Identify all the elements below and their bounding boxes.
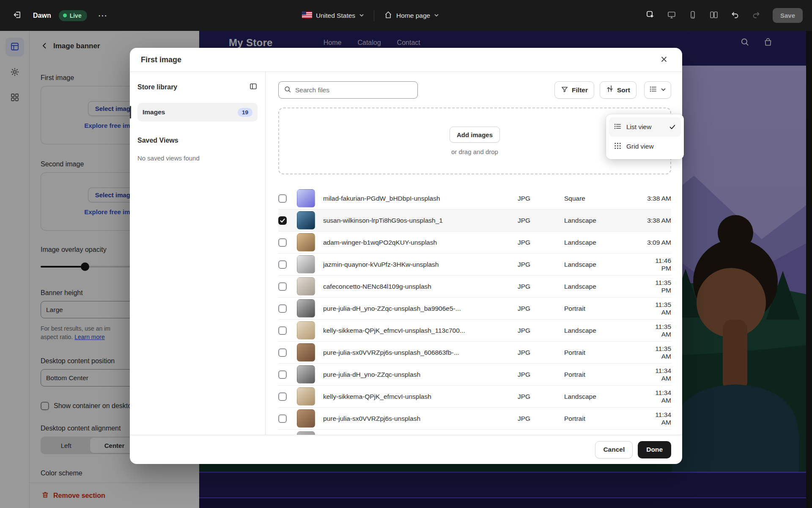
us-flag-icon bbox=[302, 11, 312, 20]
menu-item-grid-view[interactable]: Grid view bbox=[609, 137, 681, 156]
file-thumbnail bbox=[297, 277, 315, 295]
menu-item-label: List view bbox=[626, 123, 651, 131]
file-row[interactable]: milad-fakurian-PGdW_bHDbpI-unsplashJPGSq… bbox=[278, 188, 671, 210]
sort-button[interactable]: Sort bbox=[600, 81, 636, 99]
file-checkbox[interactable] bbox=[278, 194, 287, 203]
mobile-icon bbox=[688, 10, 697, 21]
file-orientation: Square bbox=[564, 195, 647, 202]
market-selector[interactable]: United States bbox=[298, 8, 368, 23]
sort-arrows-icon bbox=[606, 86, 614, 95]
collapse-library-button[interactable] bbox=[249, 82, 258, 92]
topbar-divider bbox=[374, 10, 374, 21]
file-time: 11:46 PM bbox=[647, 257, 671, 272]
file-row[interactable] bbox=[278, 430, 671, 435]
file-thumbnail bbox=[297, 233, 315, 251]
file-checkbox[interactable] bbox=[278, 260, 287, 269]
file-type: JPG bbox=[518, 195, 564, 202]
file-orientation: Landscape bbox=[564, 261, 647, 268]
save-button[interactable]: Save bbox=[773, 8, 803, 23]
library-sidebar: Store library Images 19 Saved Views No s… bbox=[130, 72, 266, 435]
library-panel-icon bbox=[249, 82, 258, 92]
more-options-button[interactable]: ⋯ bbox=[95, 8, 111, 24]
file-name: cafeconcetto-NENc84l109g-unsplash bbox=[323, 283, 518, 290]
check-icon bbox=[669, 123, 676, 131]
file-time: 11:35 AM bbox=[647, 301, 671, 316]
chevron-down-icon bbox=[661, 86, 666, 94]
file-row[interactable]: adam-winger-b1wqPO2qKUY-unsplashJPGLands… bbox=[278, 232, 671, 254]
file-row[interactable]: jazmin-quaynor-kVuPfz-3HKw-unsplashJPGLa… bbox=[278, 254, 671, 276]
desktop-preview-button[interactable] bbox=[664, 8, 680, 24]
selected-indicator-bar bbox=[130, 106, 131, 119]
file-time: 3:38 AM bbox=[647, 195, 671, 202]
file-row[interactable]: pure-julia-sx0VVRZpj6s-unsplash_606863fb… bbox=[278, 342, 671, 364]
file-row[interactable]: susan-wilkinson-lrpTi8hG9os-unsplash_1JP… bbox=[278, 210, 671, 232]
view-mode-toggle[interactable] bbox=[644, 81, 671, 99]
file-orientation: Portrait bbox=[564, 371, 647, 378]
filter-icon bbox=[561, 86, 568, 95]
view-mode-menu: List view Grid view bbox=[606, 114, 684, 159]
file-row[interactable]: kelly-sikkema-QPjK_efmcvI-unsplash_113c7… bbox=[278, 320, 671, 342]
file-thumbnail bbox=[297, 365, 315, 384]
file-checkbox[interactable] bbox=[278, 326, 287, 335]
redo-button[interactable] bbox=[748, 8, 764, 24]
file-orientation: Landscape bbox=[564, 217, 647, 224]
drag-drop-hint: or drag and drop bbox=[451, 148, 498, 155]
file-checkbox[interactable] bbox=[278, 304, 287, 313]
search-icon bbox=[284, 86, 291, 95]
file-orientation: Landscape bbox=[564, 239, 647, 246]
file-time: 11:34 AM bbox=[647, 367, 671, 382]
file-checkbox[interactable] bbox=[278, 216, 287, 225]
file-checkbox[interactable] bbox=[278, 370, 287, 379]
filter-button[interactable]: Filter bbox=[554, 81, 594, 99]
grid-view-icon bbox=[614, 142, 622, 152]
page-selector[interactable]: Home page bbox=[380, 8, 443, 24]
file-checkbox[interactable] bbox=[278, 238, 287, 247]
mobile-preview-button[interactable] bbox=[685, 8, 701, 24]
file-type: JPG bbox=[518, 327, 564, 334]
file-time: 3:38 AM bbox=[647, 217, 671, 224]
file-checkbox[interactable] bbox=[278, 282, 287, 291]
saved-views-empty-text: No saved views found bbox=[137, 155, 258, 162]
file-thumbnail bbox=[297, 211, 315, 229]
close-icon bbox=[660, 55, 668, 65]
split-panes-icon bbox=[709, 10, 719, 21]
close-modal-button[interactable] bbox=[657, 52, 671, 67]
file-orientation: Portrait bbox=[564, 305, 647, 312]
file-checkbox[interactable] bbox=[278, 348, 287, 357]
file-row[interactable]: pure-julia-sx0VVRZpj6s-unsplashJPGPortra… bbox=[278, 408, 671, 430]
file-type: JPG bbox=[518, 261, 564, 268]
search-files-input[interactable] bbox=[295, 86, 412, 94]
fullwidth-preview-button[interactable] bbox=[706, 8, 722, 24]
file-thumbnail bbox=[297, 255, 315, 273]
file-row[interactable]: pure-julia-dH_yno-ZZqc-unsplash_ba9906e5… bbox=[278, 298, 671, 320]
file-checkbox[interactable] bbox=[278, 414, 287, 423]
undo-button[interactable] bbox=[727, 8, 743, 24]
sidebar-item-images[interactable]: Images 19 bbox=[137, 103, 258, 121]
add-images-button[interactable]: Add images bbox=[450, 127, 500, 143]
theme-name: Dawn bbox=[33, 12, 51, 19]
menu-item-list-view[interactable]: List view bbox=[609, 117, 681, 137]
saved-views-title: Saved Views bbox=[137, 137, 258, 144]
done-button[interactable]: Done bbox=[638, 441, 671, 458]
file-checkbox[interactable] bbox=[278, 392, 287, 401]
file-type: JPG bbox=[518, 239, 564, 246]
inspect-mode-button[interactable] bbox=[642, 8, 658, 24]
file-time: 11:34 AM bbox=[647, 389, 671, 404]
store-library-title: Store library bbox=[137, 83, 177, 91]
cancel-button[interactable]: Cancel bbox=[595, 441, 633, 458]
file-name: kelly-sikkema-QPjK_efmcvI-unsplash bbox=[323, 393, 518, 400]
file-name: jazmin-quaynor-kVuPfz-3HKw-unsplash bbox=[323, 261, 518, 268]
file-name: kelly-sikkema-QPjK_efmcvI-unsplash_113c7… bbox=[323, 327, 518, 334]
file-row[interactable]: kelly-sikkema-QPjK_efmcvI-unsplashJPGLan… bbox=[278, 386, 671, 408]
file-type: JPG bbox=[518, 217, 564, 224]
chevron-down-icon bbox=[359, 12, 364, 19]
file-row[interactable]: pure-julia-dH_yno-ZZqc-unsplashJPGPortra… bbox=[278, 364, 671, 386]
inspector-cursor-icon bbox=[646, 10, 655, 21]
file-row[interactable]: cafeconcetto-NENc84l109g-unsplashJPGLand… bbox=[278, 276, 671, 298]
live-dot-icon bbox=[63, 14, 67, 17]
file-name: pure-julia-dH_yno-ZZqc-unsplash bbox=[323, 371, 518, 378]
exit-editor-button[interactable] bbox=[9, 8, 25, 24]
file-thumbnail bbox=[297, 431, 315, 435]
file-name: susan-wilkinson-lrpTi8hG9os-unsplash_1 bbox=[323, 217, 518, 224]
file-thumbnail bbox=[297, 409, 315, 428]
